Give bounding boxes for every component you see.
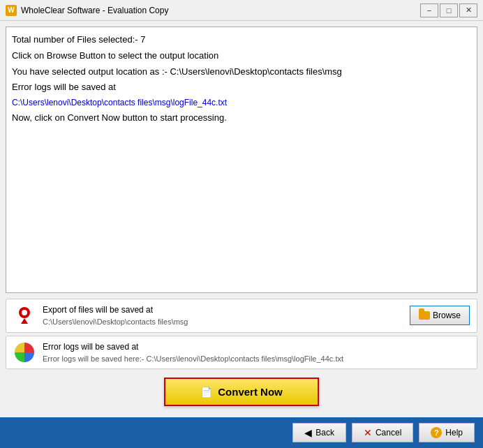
log-line-2: Click on Browse Button to select the out… [12,49,471,64]
svg-point-1 [22,310,27,315]
browse-button[interactable]: Browse [410,306,470,325]
footer-bar: ◀ Back ✕ Cancel ? Help [0,417,483,448]
convert-label: Convert Now [218,386,283,398]
browse-label: Browse [433,311,461,320]
location-icon [13,304,36,327]
cancel-label: Cancel [376,428,401,438]
log-line-4: Error logs will be saved at [12,80,471,95]
bottom-panel: Export of files will be saved at C:\User… [6,299,477,412]
window-controls: − □ ✕ [420,3,477,17]
error-row-text: Error logs will be saved at Error logs w… [43,341,470,365]
help-button[interactable]: ? Help [419,423,475,442]
back-arrow-icon: ◀ [304,427,312,438]
close-button[interactable]: ✕ [459,3,477,17]
error-row: Error logs will be saved at Error logs w… [6,336,477,370]
document-icon: 📄 [200,387,212,398]
export-path: C:\Users\lenovi\Desktop\contacts files\m… [43,316,410,328]
maximize-button[interactable]: □ [440,3,458,17]
log-area: Total number of Files selected:- 7 Click… [6,27,477,293]
convert-now-button[interactable]: 📄 Convert Now [164,378,319,406]
error-title: Error logs will be saved at [43,341,470,353]
main-content: Total number of Files selected:- 7 Click… [0,21,483,417]
pin-svg [17,306,31,325]
log-line-1: Total number of Files selected:- 7 [12,33,471,47]
help-label: Help [445,428,463,438]
log-line-3: You have selected output location as :- … [12,65,471,80]
title-bar: W WholeClear Software - Evaluation Copy … [0,0,483,21]
window-title: WholeClear Software - Evaluation Copy [21,6,420,15]
pie-svg [14,342,35,363]
export-row: Export of files will be saved at C:\User… [6,299,477,333]
log-line-5: C:\Users\lenovi\Desktop\contacts files\m… [12,96,471,110]
cancel-button[interactable]: ✕ Cancel [352,423,413,442]
pie-chart-icon [13,341,36,364]
export-row-text: Export of files will be saved at C:\User… [43,304,410,328]
back-button[interactable]: ◀ Back [292,423,346,442]
help-question-icon: ? [431,427,442,438]
error-path: Error logs will be saved here:- C:\Users… [43,353,470,365]
app-icon: W [6,5,17,16]
cancel-x-icon: ✕ [364,427,372,438]
folder-icon [419,311,430,320]
log-line-6: Now, click on Convert Now button to star… [12,111,471,126]
minimize-button[interactable]: − [420,3,438,17]
back-label: Back [315,428,334,438]
export-title: Export of files will be saved at [43,304,410,316]
svg-marker-2 [21,318,28,324]
convert-container: 📄 Convert Now [6,372,477,412]
